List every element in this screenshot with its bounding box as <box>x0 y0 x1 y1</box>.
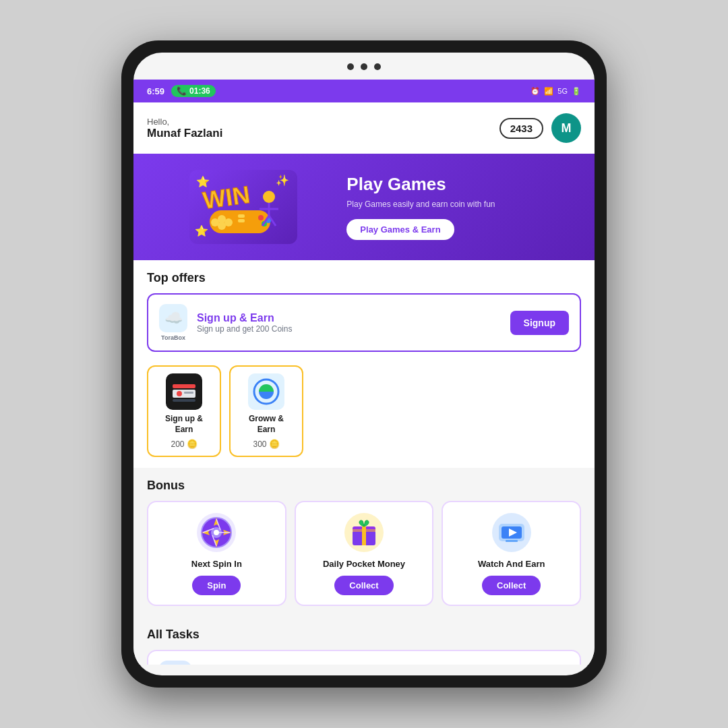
call-badge: 📞 01:36 <box>171 85 216 97</box>
username-display: Munaf Fazlani <box>147 127 222 140</box>
offer-brand: ToraBox <box>161 334 185 341</box>
coin-icon-1: 🪙 <box>187 439 198 449</box>
greeting-text: Hello, <box>147 117 222 127</box>
signup-button[interactable]: Signup <box>510 311 569 335</box>
promo-banner: ⭐ ✨ ⭐ WIN <box>133 154 595 260</box>
svg-point-4 <box>224 218 233 226</box>
svg-rect-21 <box>173 399 195 402</box>
call-time: 01:36 <box>189 86 210 96</box>
svg-rect-30 <box>353 529 375 532</box>
status-bar: 6:59 📞 01:36 ⏰ 📶 5G 🔋 <box>133 80 595 102</box>
tasks-title: All Tasks <box>147 628 581 642</box>
coin-icon-2: 🪙 <box>269 439 280 449</box>
torabox-icon: ☁️ <box>159 304 187 332</box>
svg-rect-20 <box>184 392 193 394</box>
list-item[interactable]: Sign up &Earn 200 🪙 <box>147 365 221 457</box>
camera-dot-2 <box>361 63 367 70</box>
signup-coins: 200 🪙 <box>171 439 197 449</box>
win-illustration: ⭐ ✨ ⭐ WIN <box>189 170 297 244</box>
spin-label: Next Spin In <box>191 559 242 569</box>
header: Hello, Munaf Fazlani 2433 M <box>133 102 595 154</box>
tasks-section: All Tasks Bitlabs Open <box>133 617 595 665</box>
network-type: 5G <box>557 87 568 95</box>
signup-app-icon <box>166 373 202 410</box>
offer-name: Sign up & Earn <box>197 312 501 324</box>
camera-bar <box>347 63 381 70</box>
tablet-screen: 6:59 📞 01:36 ⏰ 📶 5G 🔋 Hello, Munaf Fazla… <box>133 53 595 675</box>
offer-icon-wrap: ☁️ ToraBox <box>159 304 187 341</box>
top-offers-section: Top offers ☁️ ToraBox Sign up & Earn Sig… <box>133 260 595 357</box>
status-left: 6:59 📞 01:36 <box>147 85 216 97</box>
bonus-section: Bonus <box>133 468 595 617</box>
svg-rect-10 <box>238 219 245 222</box>
status-right: ⏰ 📶 5G 🔋 <box>530 87 581 96</box>
scroll-content[interactable]: Hello, Munaf Fazlani 2433 M ⭐ ✨ ⭐ <box>133 102 595 665</box>
groww-coins: 300 🪙 <box>253 439 279 449</box>
list-item[interactable]: Bitlabs Open <box>147 650 581 665</box>
groww-earn-label: Groww &Earn <box>249 414 284 435</box>
greeting-block: Hello, Munaf Fazlani <box>147 117 222 140</box>
svg-point-19 <box>177 391 182 396</box>
svg-rect-9 <box>238 214 245 218</box>
gift-icon <box>344 513 384 552</box>
svg-point-6 <box>258 215 264 220</box>
tablet-frame: 6:59 📞 01:36 ⏰ 📶 5G 🔋 Hello, Munaf Fazla… <box>121 40 607 688</box>
app-cards-row: Sign up &Earn 200 🪙 Groww &Ea <box>133 357 595 468</box>
bonus-title: Bonus <box>147 479 581 493</box>
video-icon <box>492 513 531 552</box>
svg-rect-34 <box>506 540 518 542</box>
signal-icon: 📶 <box>544 87 553 96</box>
star-3: ⭐ <box>195 224 208 237</box>
spin-button[interactable]: Spin <box>192 576 241 595</box>
svg-point-11 <box>263 191 275 203</box>
offer-info: Sign up & Earn Sign up and get 200 Coins <box>197 312 501 334</box>
daily-pocket-card: Daily Pocket Money Collect <box>295 501 434 606</box>
time-display: 6:59 <box>147 86 164 96</box>
signup-earn-label: Sign up &Earn <box>165 414 203 435</box>
spin-card: Next Spin In Spin <box>147 501 286 606</box>
list-item[interactable]: Groww &Earn 300 🪙 <box>229 365 303 457</box>
camera-dot-1 <box>347 63 354 70</box>
call-icon: 📞 <box>177 86 187 96</box>
watch-collect-button[interactable]: Collect <box>482 576 541 595</box>
star-1: ⭐ <box>196 175 210 188</box>
battery-icon: 🔋 <box>572 87 581 96</box>
avatar[interactable]: M <box>551 113 581 143</box>
svg-rect-17 <box>173 384 195 388</box>
header-right: 2433 M <box>499 113 581 143</box>
bitlabs-icon <box>159 661 191 665</box>
watch-label: Watch And Earn <box>478 559 545 569</box>
play-games-button[interactable]: Play Games & Earn <box>346 219 454 240</box>
spin-icon <box>197 513 236 552</box>
offer-card: ☁️ ToraBox Sign up & Earn Sign up and ge… <box>147 293 581 352</box>
banner-illustration-left: ⭐ ✨ ⭐ WIN <box>147 170 340 244</box>
coin-balance: 2433 <box>499 118 543 139</box>
offer-description: Sign up and get 200 Coins <box>197 324 501 334</box>
pocket-collect-button[interactable]: Collect <box>334 576 393 595</box>
watch-earn-card: Watch And Earn Collect <box>442 501 581 606</box>
pocket-label: Daily Pocket Money <box>323 559 405 569</box>
camera-dot-3 <box>374 63 381 70</box>
star-2: ✨ <box>276 174 289 187</box>
groww-app-icon <box>248 373 284 410</box>
banner-subtitle: Play Games easily and earn coin with fun <box>346 199 578 210</box>
svg-point-26 <box>214 530 219 535</box>
banner-title: Play Games <box>346 174 578 195</box>
top-offers-title: Top offers <box>147 271 581 285</box>
bonus-cards-row: Next Spin In Spin <box>147 501 581 606</box>
svg-point-5 <box>211 218 219 226</box>
alarm-icon: ⏰ <box>530 87 540 96</box>
banner-right: Play Games Play Games easily and earn co… <box>340 174 578 241</box>
